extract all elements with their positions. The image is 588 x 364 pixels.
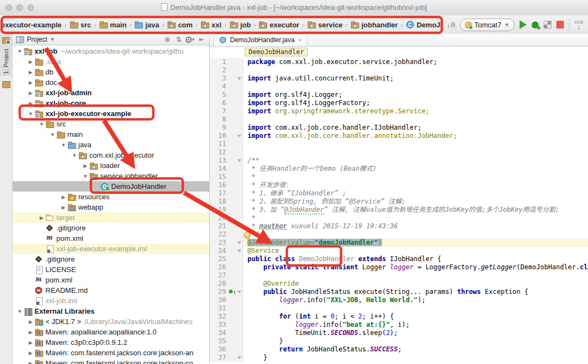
tree-row--jdk1-7-[interactable]: ▶< JDK1.7 >/Library/Java/JavaVirtualMach… (13, 316, 209, 327)
tree-row-loader[interactable]: ▶loader (13, 160, 209, 171)
run-configuration-select[interactable]: Tomcat7 ▼ (460, 19, 515, 31)
code-line-28[interactable]: 28 @Override (210, 280, 588, 288)
code-editor[interactable]: 1package com.xxl.job.executor.service.jo… (210, 58, 588, 364)
code-line-18[interactable]: 18 * 2、装配到Spring, 例如加 “@Service” 注解; (210, 198, 588, 206)
tree-row-java[interactable]: ▼java (13, 140, 209, 150)
code-line-8[interactable]: 8 (210, 115, 588, 124)
tree-expander-icon[interactable]: ▼ (49, 132, 56, 137)
tree-expander-icon[interactable]: ▶ (27, 330, 34, 335)
breadcrumb-item-xxl[interactable]: xxl (200, 21, 221, 29)
code-line-10[interactable]: 10import com.xxl.job.core.handler.annota… (210, 132, 588, 140)
tree-expander-icon[interactable]: ▶ (82, 163, 89, 169)
breadcrumb-item-java[interactable]: java (134, 21, 159, 29)
collapse-all-icon[interactable]: ⇅ (174, 36, 183, 43)
tree-expander-icon[interactable]: ▶ (27, 101, 34, 106)
coverage-button[interactable] (544, 21, 551, 28)
code-line-30[interactable]: 30 logger.info("XXL-JOB, Hello World."); (210, 296, 588, 304)
hide-panel-icon[interactable]: ⇤ (197, 36, 206, 43)
code-line-13[interactable]: 13/** (210, 157, 588, 165)
tree-expander-icon[interactable]: ▼ (82, 174, 89, 179)
code-line-1[interactable]: 1package com.xxl.job.executor.service.jo… (210, 58, 588, 66)
tree-expander-icon[interactable]: ▶ (27, 350, 34, 356)
stop-button[interactable] (556, 21, 564, 28)
code-line-7[interactable]: 7import org.springframework.stereotype.S… (210, 107, 588, 115)
breadcrumb-item-service[interactable]: service (307, 21, 343, 29)
tree-expander-icon[interactable]: ▶ (27, 340, 34, 345)
code-line-33[interactable]: 33 logger.info("beat at:{}", i); (210, 321, 588, 329)
code-line-2[interactable]: 2 (210, 66, 588, 74)
vcs-update-button[interactable]: VCS↓ (575, 20, 584, 29)
chevron-down-icon[interactable]: ▼ (50, 37, 55, 42)
tree-row-resources[interactable]: ▶resources (13, 192, 209, 202)
code-line-29[interactable]: 29 public JobHandleStatus execute(String… (210, 288, 588, 296)
intention-bulb-icon[interactable] (244, 232, 251, 239)
tree-expander-icon[interactable]: ▶ (27, 319, 34, 325)
breadcrumb-item-executor-example[interactable]: executor-example (1, 21, 62, 29)
locate-file-icon[interactable]: ⊕ (163, 36, 171, 43)
settings-gear-icon[interactable]: ▾ (186, 37, 194, 43)
tree-expander-icon[interactable]: ▼ (60, 142, 67, 148)
code-line-34[interactable]: 34 TimeUnit.SECONDS.sleep(2); (210, 329, 588, 337)
breadcrumb-item-src[interactable]: src (70, 21, 91, 29)
code-line-19[interactable]: 19 * 3、加 “@JobHander” 注解, 注解value值为新增任务生… (210, 206, 588, 214)
tree-row-pom-xml[interactable]: pom.xml (13, 275, 209, 285)
tree-row-doc[interactable]: ▶doc (13, 77, 209, 88)
code-line-36[interactable]: 36 return JobHandleStatus.SUCCESS; (210, 345, 588, 354)
tree-row-com-xxl-job-executor[interactable]: ▼com.xxl.job.executor (13, 150, 209, 160)
tree-row-maven-c3p0-c3p0-0-9-1-2[interactable]: ▶Maven: c3p0:c3p0:0.9.1.2 (13, 337, 209, 348)
tree-row-pom-xml[interactable]: pom.xml (13, 233, 209, 244)
tree-row-license[interactable]: LICENSE (13, 264, 209, 275)
code-line-23[interactable]: 23@JobHander(value="demoJobHandler") (210, 239, 588, 247)
tree-expander-icon[interactable]: ▶ (27, 80, 34, 85)
tree-expander-icon[interactable]: ▶ (27, 361, 34, 364)
tree-row-xxl-job-iml[interactable]: xxl-job.iml (13, 296, 209, 306)
code-line-12[interactable]: 12 (210, 148, 588, 157)
code-line-32[interactable]: 32 for (int i = 0; i < 2; i++) { (210, 313, 588, 321)
sidebar-item-project[interactable]: 1: Project (0, 35, 12, 76)
breadcrumb-item-job[interactable]: job (229, 21, 251, 29)
debug-button[interactable] (532, 21, 539, 28)
tree-expander-icon[interactable]: ▼ (71, 153, 78, 158)
tree-row-xxl-job-executor-example-iml[interactable]: xxl-job-executor-example.iml (13, 244, 209, 254)
breadcrumb-item-com[interactable]: com (167, 21, 193, 29)
code-line-9[interactable]: 9import com.xxl.job.core.handler.IJobHan… (210, 124, 588, 132)
tree-row-maven-aopalliance-aopalliance-1-0[interactable]: ▶Maven: aopalliance:aopalliance:1.0 (13, 327, 209, 337)
tree-row-service-jobhandler[interactable]: ▼service.jobhandler (13, 171, 209, 181)
breadcrumb-item-main[interactable]: main (99, 21, 126, 29)
tree-expander-icon[interactable]: ▼ (16, 309, 24, 314)
tree-row--gitignore[interactable]: .gitignore (13, 254, 209, 264)
tree-expander-icon[interactable]: ▼ (38, 122, 45, 127)
tree-expander-icon[interactable]: ▶ (27, 70, 34, 75)
code-line-15[interactable]: 15 * (210, 173, 588, 181)
tree-expander-icon[interactable]: ▶ (60, 194, 67, 200)
code-line-14[interactable]: 14 * 任务Handler的一个Demo (Bean模式) (210, 165, 588, 173)
tree-row-readme-md[interactable]: README.md (13, 285, 209, 296)
breadcrumb-item-demojobhandler[interactable]: DemoJobHandler (406, 21, 442, 29)
tree-expander-icon[interactable]: ▶ (38, 215, 45, 221)
tree-row-demojobhandler[interactable]: DemoJobHandler (13, 181, 209, 192)
tree-row-xxl-job-core[interactable]: ▶xxl-job-core (13, 98, 209, 108)
code-line-26[interactable]: 26 private static transient Logger logge… (210, 263, 588, 271)
tree-row-xxl-job[interactable]: ▼xxl-job~/workspaces/idea-git-workspace/… (13, 46, 209, 56)
code-line-3[interactable]: 3import java.util.concurrent.TimeUnit; (210, 74, 588, 83)
tree-row-external-libraries[interactable]: ▼External Libraries (13, 306, 209, 316)
tree-expander-icon[interactable]: ▶ (27, 90, 34, 96)
tree-row-src[interactable]: ▼src (13, 119, 209, 129)
code-line-11[interactable]: 11 (210, 140, 588, 148)
tree-expander-icon[interactable]: ▶ (27, 59, 34, 65)
tool-window-icon[interactable] (2, 81, 10, 88)
code-line-31[interactable]: 31 (210, 304, 588, 313)
code-line-25[interactable]: 25public class DemoJobHandler extends IJ… (210, 255, 588, 263)
code-line-6[interactable]: 6import org.slf4j.LoggerFactory; (210, 99, 588, 107)
project-panel-title[interactable]: Project (27, 36, 47, 43)
tree-row-main[interactable]: ▼main (13, 129, 209, 140)
editor-breadcrumb-chip[interactable]: DemoJobHandler (245, 48, 308, 56)
tree-row-xxl-job-admin[interactable]: ▶xxl-job-admin (13, 88, 209, 98)
tree-row-webapp[interactable]: ▶webapp (13, 202, 209, 212)
tree-row-db[interactable]: ▶db (13, 67, 209, 77)
code-line-21[interactable]: 21 * @author xuxueli 2015-12-19 19:43:36 (210, 222, 588, 230)
code-line-4[interactable]: 4 (210, 83, 588, 91)
tree-row--gitignore[interactable]: .gitignore (13, 223, 209, 233)
tab-demojobhandler[interactable]: DemoJobHandler.java × (214, 34, 307, 46)
code-line-27[interactable]: 27 (210, 271, 588, 280)
